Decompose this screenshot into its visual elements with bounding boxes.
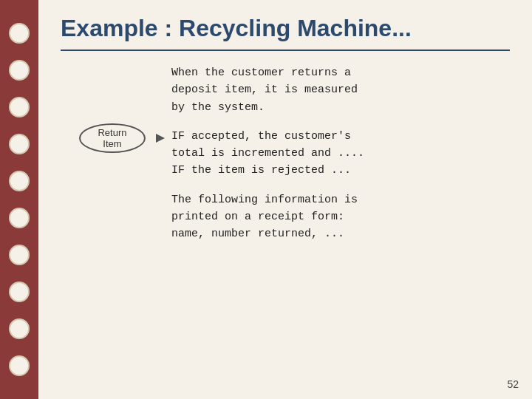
spiral-hole	[9, 208, 30, 228]
content-area: Example : Recycling Machine... Return It…	[38, 0, 532, 399]
left-column: Return Item	[61, 64, 164, 384]
main-body: Return Item When the customer returns ad…	[61, 64, 510, 384]
spiral-hole	[9, 60, 30, 81]
spiral-hole	[9, 97, 30, 117]
spiral-hole	[9, 23, 30, 44]
spiral-hole	[9, 171, 30, 191]
slide-title: Example : Recycling Machine...	[61, 15, 510, 42]
right-column: When the customer returns adeposit item,…	[164, 64, 510, 384]
return-item-label: Return Item	[79, 123, 146, 153]
slide-container: Example : Recycling Machine... Return It…	[0, 0, 532, 399]
slide-number: 52	[507, 378, 519, 390]
spiral-hole	[9, 318, 30, 339]
spiral-hole	[9, 245, 30, 265]
text-block-1: When the customer returns adeposit item,…	[171, 64, 510, 116]
text-block-3: The following information isprinted on a…	[171, 191, 510, 243]
spiral-holes	[0, 0, 38, 399]
spiral-hole	[9, 282, 30, 302]
title-divider	[61, 50, 510, 51]
spiral-hole	[9, 355, 30, 376]
spiral-hole	[9, 134, 30, 154]
text-block-2: IF accepted, the customer'stotal is incr…	[171, 128, 510, 180]
